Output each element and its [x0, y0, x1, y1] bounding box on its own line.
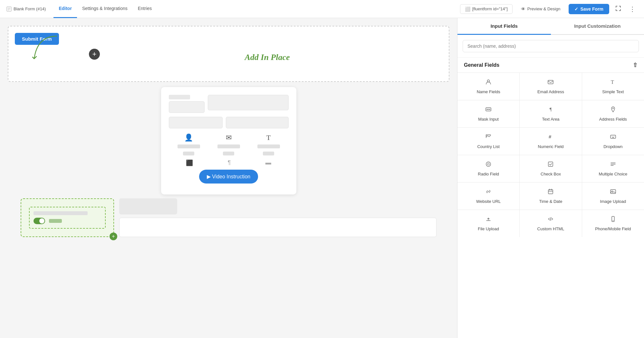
field-item-time-date[interactable]: Time & Date [520, 183, 582, 210]
icon-col-text: T [257, 134, 280, 155]
submit-form-button[interactable]: Submit Form [15, 33, 59, 45]
website-url-icon [485, 188, 492, 196]
dropdown-label: Dropdown [603, 144, 622, 149]
address-fields-label: Address Fields [599, 117, 627, 122]
email-address-label: Email Address [537, 89, 564, 94]
field-item-numeric-field[interactable]: # Numeric Field [520, 128, 582, 155]
field-item-file-upload[interactable]: File Upload [457, 210, 519, 237]
nav-tab-entries[interactable]: Entries [133, 0, 157, 18]
editor-area: Submit Form + Add In Place [0, 18, 457, 338]
check-box-label: Check Box [541, 172, 561, 176]
country-list-icon [485, 134, 492, 142]
form-field-row-2 [169, 117, 289, 128]
tab-input-customization[interactable]: Input Customization [551, 18, 644, 35]
svg-point-14 [486, 162, 491, 166]
add-in-place-area: + Add In Place [79, 36, 442, 75]
field-item-check-box[interactable]: Check Box [520, 155, 582, 182]
fields-grid: Name Fields Email Address T Simple Text … [457, 73, 644, 237]
form-preview-card: 👤 ✉ T [161, 87, 296, 194]
play-icon: ▶ [207, 174, 211, 179]
field-item-multiple-choice[interactable]: Multiple Choice [582, 155, 644, 182]
video-instruction-label: Video Instruction [212, 174, 250, 179]
multiple-choice-label: Multiple Choice [599, 172, 627, 176]
dropdown-icon [610, 134, 616, 142]
panel-search [457, 35, 644, 58]
bottom-preview-area: + [8, 198, 449, 237]
field-item-phone-mobile-field[interactable]: Phone/Mobile Field [582, 210, 644, 237]
add-in-place-button[interactable]: + [89, 49, 100, 60]
shortcode-button[interactable]: ⬜ [fluentform id="14"] [460, 4, 513, 14]
form-icons-row-1: 👤 ✉ T [169, 134, 289, 155]
field-item-radio-field[interactable]: Radio Field [457, 155, 519, 182]
icon-col-paragraph: ¶ [228, 159, 231, 166]
simple-text-icon: T [610, 79, 616, 87]
green-drop-zone[interactable]: + [21, 198, 114, 237]
nav-tab-settings[interactable]: Settings & Integrations [77, 0, 133, 18]
svg-rect-16 [548, 162, 553, 166]
tab-input-fields[interactable]: Input Fields [457, 18, 551, 35]
numeric-field-icon: # [547, 134, 554, 142]
icon-col-person: 👤 [178, 134, 200, 155]
field-item-custom-html[interactable]: Custom HTML [520, 210, 582, 237]
text-area-label: Text Area [542, 117, 559, 122]
custom-html-icon [547, 216, 554, 224]
eye-icon: 👁 [521, 6, 525, 12]
phone-mobile-field-icon [610, 216, 616, 224]
field-item-address-fields[interactable]: Address Fields [582, 100, 644, 127]
submit-btn-wrap: Submit Form [15, 33, 59, 45]
field-item-dropdown[interactable]: Dropdown [582, 128, 644, 155]
mask-input-icon [485, 106, 492, 114]
field-item-simple-text[interactable]: T Simple Text [582, 73, 644, 100]
website-url-label: Website URL [476, 199, 501, 204]
add-circle-small-button[interactable]: + [110, 233, 117, 240]
nav-tabs: Editor Settings & Integrations Entries [53, 0, 157, 18]
field-item-email-address[interactable]: Email Address [520, 73, 582, 100]
svg-text:T: T [611, 79, 614, 85]
image-upload-label: Image Upload [600, 199, 626, 204]
nav-right: ⬜ [fluentform id="14"] 👁 Preview & Desig… [460, 3, 638, 15]
shortcode-text: [fluentform id="14"] [472, 6, 508, 11]
svg-point-11 [612, 108, 613, 109]
preview-button[interactable]: 👁 Preview & Design [516, 5, 565, 14]
preview-label: Preview & Design [527, 6, 561, 11]
field-item-country-list[interactable]: Country List [457, 128, 519, 155]
panel-tabs: Input Fields Input Customization [457, 18, 644, 35]
svg-point-15 [487, 163, 489, 165]
field-item-mask-input[interactable]: Mask Input [457, 100, 519, 127]
collapse-button[interactable]: ⇧ [633, 62, 638, 69]
brand: Blank Form (#14) [6, 6, 46, 12]
svg-rect-5 [548, 80, 553, 84]
nav-tab-editor[interactable]: Editor [53, 0, 77, 18]
email-address-icon [547, 79, 554, 87]
search-input[interactable] [463, 40, 639, 52]
shortcode-icon: ⬜ [465, 6, 470, 12]
field-item-website-url[interactable]: Website URL [457, 183, 519, 210]
file-upload-icon [485, 216, 492, 224]
field-item-name-fields[interactable]: Name Fields [457, 73, 519, 100]
right-panel: Input Fields Input Customization General… [457, 18, 644, 338]
save-button[interactable]: ✓ Save Form [569, 4, 609, 14]
green-toggle [34, 218, 45, 224]
text-icon: T [266, 134, 271, 142]
field-item-text-area[interactable]: ¶ Text Area [520, 100, 582, 127]
more-button[interactable]: ⋮ [627, 3, 638, 15]
form-canvas: Submit Form + Add In Place [8, 26, 449, 82]
green-bar-1 [34, 211, 88, 215]
email-icon: ✉ [226, 134, 232, 142]
paragraph-icon: ¶ [228, 159, 231, 166]
image-upload-icon [610, 188, 616, 196]
name-fields-icon [485, 79, 492, 87]
section-label: General Fields [464, 62, 499, 68]
svg-text:#: # [549, 134, 552, 139]
field-item-image-upload[interactable]: Image Upload [582, 183, 644, 210]
multiple-choice-icon [610, 161, 616, 169]
radio-field-label: Radio Field [478, 172, 499, 176]
add-in-place-label: Add In Place [245, 53, 290, 62]
fullscreen-button[interactable] [613, 3, 623, 15]
file-upload-label: File Upload [478, 226, 499, 231]
right-preview-area [119, 198, 437, 237]
save-label: Save Form [580, 6, 603, 12]
video-instruction-button[interactable]: ▶ Video Instruction [199, 170, 258, 184]
form-field-row-1 [169, 95, 289, 113]
time-date-label: Time & Date [539, 199, 562, 204]
